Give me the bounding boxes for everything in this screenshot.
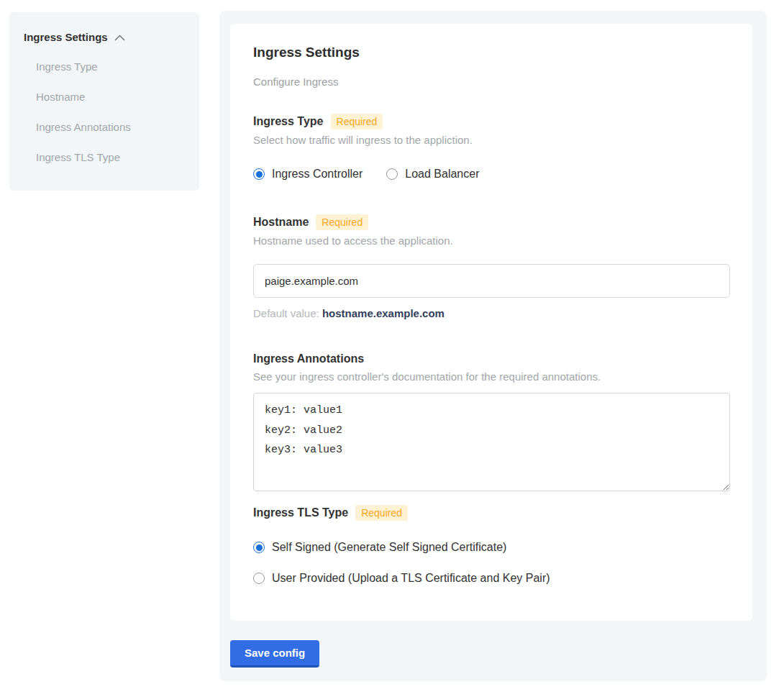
config-panel: Ingress Settings Configure Ingress Ingre… [219, 11, 767, 681]
sidebar-group-title: Ingress Settings [24, 31, 108, 43]
radio-icon[interactable] [253, 573, 265, 584]
page-subtitle: Configure Ingress [253, 76, 730, 88]
page-title: Ingress Settings [253, 44, 730, 60]
field-label-ingress-tls-type: Ingress TLS Type [253, 506, 348, 520]
field-hostname: Hostname Required Hostname used to acces… [253, 214, 730, 319]
default-value-text: hostname.example.com [322, 307, 445, 319]
radio-option-load-balancer[interactable]: Load Balancer [386, 168, 479, 181]
sidebar-item-hostname[interactable]: Hostname [36, 91, 185, 103]
field-label-ingress-type: Ingress Type [253, 114, 324, 129]
field-ingress-tls-type: Ingress TLS Type Required Self Signed (G… [253, 505, 730, 585]
radio-option-self-signed[interactable]: Self Signed (Generate Self Signed Certif… [253, 541, 730, 554]
field-label-ingress-annotations: Ingress Annotations [253, 352, 364, 366]
field-help-ingress-type: Select how traffic will ingress to the a… [253, 133, 730, 147]
radio-option-user-provided[interactable]: User Provided (Upload a TLS Certificate … [253, 572, 730, 585]
field-ingress-annotations: Ingress Annotations See your ingress con… [253, 352, 730, 491]
field-ingress-type: Ingress Type Required Select how traffic… [253, 114, 730, 181]
config-card: Ingress Settings Configure Ingress Ingre… [230, 24, 752, 621]
radio-label: User Provided (Upload a TLS Certificate … [272, 572, 550, 585]
field-help-ingress-annotations: See your ingress controller's documentat… [253, 370, 730, 383]
default-value-prefix: Default value: [253, 307, 322, 319]
required-badge: Required [331, 114, 383, 129]
radio-label: Load Balancer [405, 168, 479, 181]
sidebar-item-ingress-type[interactable]: Ingress Type [36, 61, 185, 73]
sidebar-group-ingress-settings[interactable]: Ingress Settings [24, 31, 185, 43]
required-badge: Required [316, 214, 368, 230]
radio-icon[interactable] [386, 168, 398, 180]
sidebar-item-ingress-tls-type[interactable]: Ingress TLS Type [36, 152, 185, 163]
ingress-annotations-textarea[interactable]: key1: value1 key2: value2 key3: value3 [253, 393, 730, 491]
hostname-default-value-line: Default value: hostname.example.com [253, 307, 730, 319]
radio-icon[interactable] [253, 542, 265, 553]
sidebar-item-ingress-annotations[interactable]: Ingress Annotations [36, 122, 185, 133]
required-badge: Required [355, 505, 408, 521]
radio-option-ingress-controller[interactable]: Ingress Controller [253, 168, 363, 181]
hostname-input[interactable] [253, 264, 730, 298]
radio-label: Ingress Controller [272, 168, 363, 181]
save-config-button[interactable]: Save config [230, 640, 319, 668]
field-label-hostname: Hostname [253, 215, 309, 229]
field-help-hostname: Hostname used to access the application. [253, 234, 730, 247]
sidebar-item-list: Ingress Type Hostname Ingress Annotation… [24, 61, 185, 163]
config-nav-sidebar: Ingress Settings Ingress Type Hostname I… [9, 12, 199, 191]
ingress-type-radio-group: Ingress Controller Load Balancer [253, 168, 730, 181]
ingress-tls-radio-group: Self Signed (Generate Self Signed Certif… [253, 541, 730, 585]
radio-icon[interactable] [253, 168, 265, 180]
radio-label: Self Signed (Generate Self Signed Certif… [272, 541, 506, 554]
chevron-up-icon [114, 35, 125, 41]
